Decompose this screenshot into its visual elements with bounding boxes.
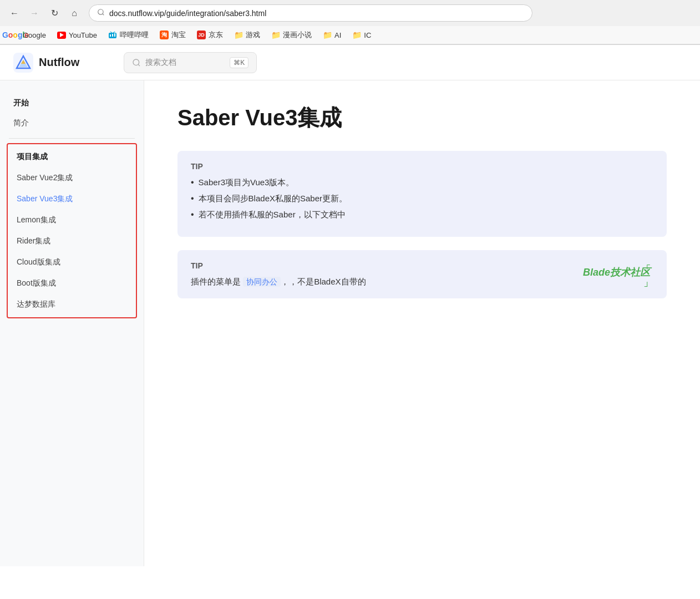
sidebar-item-boot[interactable]: Boot版集成	[8, 273, 136, 294]
bookmark-games[interactable]: 📁 游戏	[230, 28, 265, 42]
sidebar-item-cloud[interactable]: Cloud版集成	[8, 252, 136, 273]
bookmark-youtube-label: YouTube	[69, 31, 97, 39]
tip-box-1: TIP Saber3项目为Vue3版本。 本项目会同步BladeX私服的Sabe…	[177, 151, 667, 237]
tip-list-item-3: 若不使用插件私服的Saber，以下文档中	[191, 210, 653, 220]
bookmark-bilibili[interactable]: 哔哩哔哩	[104, 28, 153, 42]
bookmark-games-label: 游戏	[246, 30, 260, 40]
address-url: docs.nutflow.vip/guide/integration/saber…	[109, 9, 524, 18]
inline-link[interactable]: 协同办公	[243, 277, 281, 287]
svg-rect-3	[112, 34, 113, 37]
page-title: Saber Vue3集成	[177, 103, 667, 133]
tip-list-1: Saber3项目为Vue3版本。 本项目会同步BladeX私服的Saber更新。…	[191, 177, 653, 220]
sidebar-item-saber-vue2[interactable]: Saber Vue2集成	[8, 167, 136, 189]
refresh-button[interactable]: ↻	[47, 6, 62, 21]
jd-icon: JD	[197, 31, 206, 39]
bookmark-ic[interactable]: 📁 IC	[348, 29, 376, 41]
svg-point-0	[98, 9, 103, 14]
sidebar: 开始 简介 项目集成 Saber Vue2集成 Saber Vue3集成 Lem…	[0, 80, 144, 566]
bookmark-youtube[interactable]: YouTube	[53, 29, 102, 41]
search-placeholder: 搜索文档	[145, 58, 176, 68]
sidebar-divider	[9, 138, 135, 139]
svg-point-9	[133, 59, 139, 65]
bookmark-ai[interactable]: 📁 AI	[318, 29, 346, 41]
tip-label-1: TIP	[191, 162, 653, 171]
sidebar-group-title: 项目集成	[8, 146, 136, 167]
search-icon	[132, 58, 141, 67]
folder-ai-icon: 📁	[323, 31, 332, 39]
nav-buttons: ← → ↻ ⌂	[7, 6, 82, 21]
content-area: 开始 简介 项目集成 Saber Vue2集成 Saber Vue3集成 Lem…	[0, 80, 700, 566]
bookmark-manga[interactable]: 📁 漫画小说	[267, 28, 316, 42]
site-logo[interactable]: Nutflow	[13, 53, 79, 73]
sidebar-section-start: 开始	[0, 94, 144, 113]
home-button[interactable]: ⌂	[67, 6, 82, 21]
browser-chrome: ← → ↻ ⌂ docs.nutflow.vip/guide/integrati…	[0, 0, 700, 45]
site-logo-text: Nutflow	[39, 56, 79, 69]
main-content: Saber Vue3集成 TIP Saber3项目为Vue3版本。 本项目会同步…	[144, 80, 700, 566]
svg-rect-4	[114, 33, 115, 37]
svg-rect-2	[110, 34, 111, 37]
bookmark-jd-label: 京东	[209, 30, 223, 40]
bookmark-manga-label: 漫画小说	[283, 30, 312, 40]
bookmark-bilibili-label: 哔哩哔哩	[120, 30, 149, 40]
folder-manga-icon: 📁	[271, 31, 280, 39]
tip-box-2: TIP 插件的菜单是 协同办公，，不是BladeX自带的 ┌ Blade技术社区…	[177, 250, 667, 298]
sidebar-item-intro[interactable]: 简介	[0, 113, 144, 134]
browser-toolbar: ← → ↻ ⌂ docs.nutflow.vip/guide/integrati…	[0, 0, 700, 26]
bilibili-icon	[108, 31, 117, 39]
sidebar-item-rider[interactable]: Rider集成	[8, 231, 136, 252]
nutflow-logo-icon	[13, 53, 33, 73]
search-box[interactable]: 搜索文档 ⌘K	[124, 52, 257, 73]
bookmark-google[interactable]: Google Google	[7, 29, 50, 41]
watermark-bracket-close: ┘	[645, 282, 650, 291]
bookmark-ic-label: IC	[364, 31, 371, 39]
back-button[interactable]: ←	[7, 6, 22, 21]
page: Nutflow 搜索文档 ⌘K 开始 简介 项目集成 Saber Vue2集成	[0, 45, 700, 566]
google-icon: Google	[11, 31, 20, 39]
site-header: Nutflow 搜索文档 ⌘K	[0, 45, 700, 80]
bookmark-ai-label: AI	[334, 31, 341, 39]
tip-list-item-2: 本项目会同步BladeX私服的Saber更新。	[191, 194, 653, 204]
sidebar-integration-group: 项目集成 Saber Vue2集成 Saber Vue3集成 Lemon集成 R…	[7, 143, 137, 318]
bookmark-taobao-label: 淘宝	[171, 30, 186, 40]
youtube-icon	[57, 31, 66, 39]
address-bar-icon	[97, 8, 105, 18]
folder-ic-icon: 📁	[352, 31, 361, 39]
search-kbd: ⌘K	[230, 57, 248, 68]
sidebar-item-lemon[interactable]: Lemon集成	[8, 210, 136, 231]
address-bar[interactable]: docs.nutflow.vip/guide/integration/saber…	[89, 4, 532, 22]
folder-games-icon: 📁	[234, 31, 243, 39]
bookmark-jd[interactable]: JD 京东	[192, 28, 227, 42]
sidebar-item-dameng[interactable]: 达梦数据库	[8, 294, 136, 315]
bookmarks-bar: Google Google YouTube	[0, 26, 700, 44]
bookmark-google-label: Google	[23, 31, 46, 39]
forward-button[interactable]: →	[27, 6, 42, 21]
bookmark-taobao[interactable]: 淘 淘宝	[155, 28, 190, 42]
tip-list-item-1: Saber3项目为Vue3版本。	[191, 177, 653, 188]
taobao-icon: 淘	[160, 31, 169, 39]
watermark-text: Blade技术社区	[583, 262, 650, 279]
sidebar-item-saber-vue3[interactable]: Saber Vue3集成	[8, 189, 136, 210]
